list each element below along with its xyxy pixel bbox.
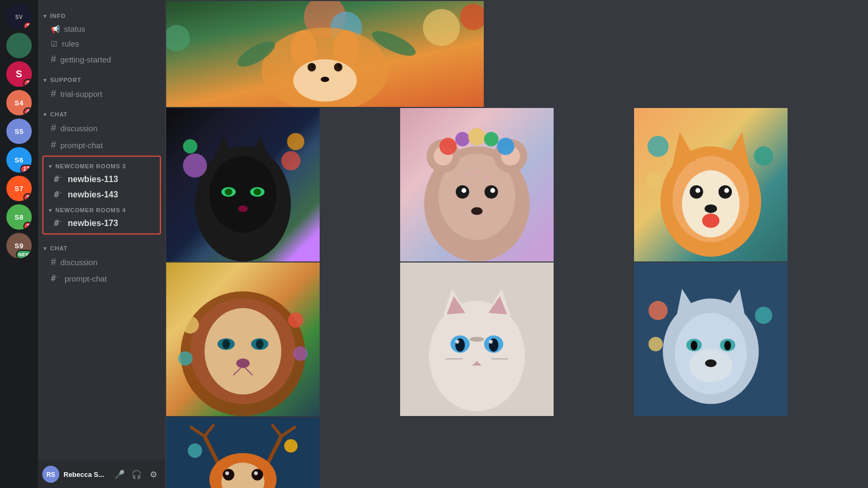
svg-point-90	[182, 317, 199, 334]
svg-point-41	[254, 188, 261, 195]
svg-point-135	[225, 471, 229, 475]
server-icon-s7[interactable]: S71	[6, 176, 32, 201]
svg-marker-68	[673, 132, 697, 165]
server-icon-s6[interactable]: S617	[6, 147, 32, 173]
svg-point-46	[238, 205, 248, 212]
image-fox-flowers	[166, 1, 484, 107]
svg-point-82	[205, 308, 282, 394]
svg-point-56	[490, 188, 495, 193]
svg-point-55	[462, 188, 466, 193]
svg-point-133	[223, 469, 234, 481]
svg-marker-36	[214, 137, 233, 156]
svg-text:SV: SV	[15, 14, 23, 20]
svg-point-120	[705, 359, 717, 367]
svg-text:RS: RS	[47, 471, 56, 478]
svg-point-63	[466, 174, 468, 176]
svg-point-58	[439, 138, 457, 155]
svg-text:~: ~	[60, 176, 62, 179]
image-corgi	[634, 108, 788, 261]
svg-point-43	[282, 151, 301, 170]
svg-text:S: S	[16, 69, 23, 79]
channel-prompt-chat[interactable]: #~prompt-chat	[42, 271, 161, 286]
image-deer	[166, 417, 320, 488]
svg-point-105	[489, 340, 493, 344]
image-bear	[400, 108, 554, 261]
svg-point-119	[724, 341, 731, 350]
server-icon-s8[interactable]: S82	[6, 204, 32, 230]
svg-point-93	[293, 347, 308, 361]
server-icon-s9[interactable]: S9NEW	[6, 233, 32, 258]
channel-newbies-143[interactable]: # ~ newbies-143	[46, 187, 158, 202]
svg-point-134	[251, 469, 263, 481]
channel-discussion[interactable]: #discussion	[42, 254, 161, 270]
svg-rect-108	[446, 358, 463, 359]
svg-point-85	[222, 339, 230, 349]
svg-text:#: #	[54, 190, 59, 200]
category-chat[interactable]: ▼ CHAT	[38, 103, 165, 120]
svg-point-29	[311, 65, 314, 68]
svg-point-123	[648, 337, 663, 351]
svg-point-92	[178, 351, 193, 366]
svg-point-138	[188, 444, 202, 458]
svg-text:#: #	[54, 219, 59, 228]
svg-point-87	[236, 358, 249, 368]
svg-point-75	[704, 204, 717, 213]
main-content	[165, 0, 868, 488]
channel-sidebar: ▼ INFO📢status☑rules#getting-started▼ SUP…	[38, 0, 165, 488]
svg-point-121	[648, 301, 667, 320]
server-icon-s4[interactable]: S44	[6, 90, 32, 115]
category-support[interactable]: ▼ SUPPORT	[38, 68, 165, 85]
image-cat	[400, 263, 554, 416]
svg-point-45	[287, 133, 304, 150]
svg-point-78	[754, 147, 773, 166]
svg-point-91	[288, 312, 303, 328]
svg-point-139	[284, 439, 297, 453]
svg-point-95	[429, 301, 525, 411]
svg-point-122	[755, 306, 772, 324]
svg-marker-69	[725, 132, 749, 165]
channel-discussion[interactable]: #discussion	[42, 120, 161, 137]
avatar: RS	[42, 466, 59, 483]
svg-point-30	[338, 65, 341, 68]
category-newcomer-rooms-3[interactable]: ▼ NEWCOMER ROOMS 3	[43, 159, 160, 171]
mic-button[interactable]: 🎤	[112, 467, 127, 482]
svg-rect-109	[491, 358, 508, 359]
svg-point-86	[256, 339, 264, 349]
category-newcomer-rooms-4[interactable]: ▼ NEWCOMER ROOMS 4	[43, 203, 160, 215]
user-panel: RS Rebecca S... 🎤 🎧 ⚙	[38, 460, 165, 488]
svg-text:#: #	[54, 175, 59, 184]
svg-point-76	[702, 213, 720, 228]
channel-trial-support[interactable]: #trial-support	[42, 86, 161, 102]
channel-rules[interactable]: ☑rules	[42, 37, 161, 51]
svg-point-136	[254, 471, 258, 475]
svg-point-104	[455, 340, 459, 344]
channel-getting-started[interactable]: #getting-started	[42, 51, 161, 68]
svg-point-64	[485, 176, 487, 179]
svg-point-57	[471, 207, 483, 215]
image-lion	[166, 263, 320, 416]
svg-point-60	[468, 128, 486, 146]
headphone-button[interactable]: 🎧	[129, 467, 144, 482]
image-wolf	[634, 263, 788, 416]
server-icon-s1[interactable]: SV3	[6, 4, 32, 30]
svg-point-118	[691, 341, 698, 350]
svg-point-65	[475, 171, 478, 174]
channel-status[interactable]: 📢status	[42, 22, 161, 36]
server-icon-s3[interactable]: S2	[6, 61, 32, 87]
svg-text:~: ~	[60, 220, 62, 223]
category-chat[interactable]: ▼ CHAT	[38, 237, 165, 254]
channel-prompt-chat[interactable]: #prompt-chat	[42, 137, 161, 153]
channel-newbies-113[interactable]: # ~ newbies-113	[46, 172, 158, 187]
settings-button[interactable]: ⚙	[146, 467, 161, 482]
svg-point-62	[497, 138, 514, 155]
svg-point-77	[647, 136, 668, 157]
user-name: Rebecca S...	[64, 471, 108, 478]
svg-marker-37	[250, 137, 269, 156]
svg-text:~: ~	[60, 191, 62, 195]
server-icon-s5[interactable]: S5	[6, 119, 32, 144]
server-icon-s2[interactable]	[6, 33, 32, 58]
user-controls: 🎤 🎧 ⚙	[112, 467, 161, 482]
channel-newbies-173[interactable]: # ~ newbies-173	[46, 216, 158, 231]
image-grid	[165, 0, 868, 488]
category-info[interactable]: ▼ INFO	[38, 4, 165, 21]
